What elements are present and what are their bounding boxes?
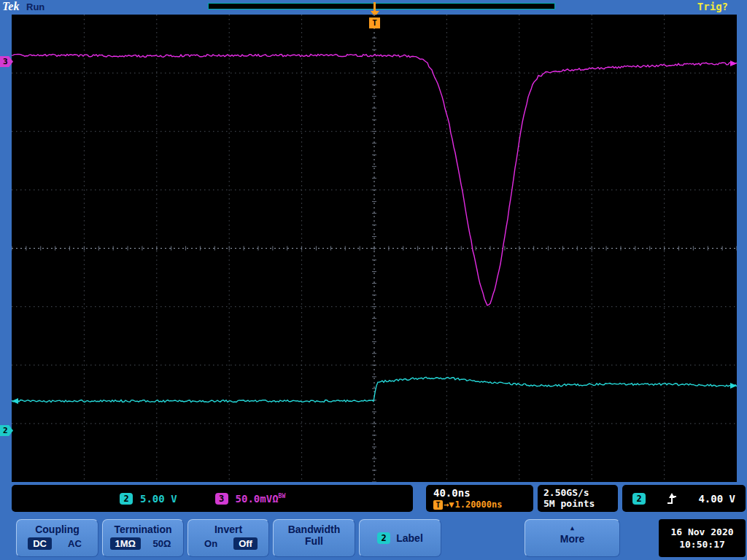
termination-option-50ohm[interactable]: 50Ω — [148, 537, 177, 550]
bandwidth-menu-button[interactable]: Bandwidth Full — [273, 519, 355, 557]
trigger-readout-box[interactable]: 2 4.00 V — [622, 485, 746, 512]
trigger-status-indicator: Trig? — [697, 1, 728, 12]
coupling-menu-button[interactable]: Coupling DC AC — [16, 519, 98, 557]
channel-readout-bar: 2 5.00 V 3 50.0mVΩBW — [12, 485, 413, 512]
channel-3-bandwidth-limit-indicator: BW — [279, 493, 286, 499]
more-up-arrow-icon: ▲ — [525, 524, 619, 532]
oscilloscope-screen: Tek Run Trig? T 3 2 2 5.00 V 3 50.0mVΩBW… — [0, 0, 747, 560]
more-title: More — [525, 533, 619, 545]
more-menu-button[interactable]: ▲ More — [525, 519, 620, 557]
channel-3-scale-readout[interactable]: 50.0mVΩBW — [236, 493, 286, 505]
bandwidth-value: Full — [274, 535, 355, 547]
label-title: Label — [396, 532, 423, 544]
date-time-display: 16 Nov 2020 10:50:17 — [659, 519, 746, 557]
trigger-source-badge: 2 — [632, 493, 646, 505]
termination-menu-button[interactable]: Termination 1MΩ 50Ω — [102, 519, 184, 557]
termination-option-1mohm[interactable]: 1MΩ — [110, 537, 141, 550]
trigger-level-readout: 4.00 V — [698, 493, 735, 505]
channel-2-scale-readout[interactable]: 5.00 V — [140, 493, 177, 505]
trigger-delay-arrow-icon: →▼ — [444, 499, 454, 510]
trigger-position-marker[interactable]: T — [369, 18, 380, 28]
label-channel-badge: 2 — [377, 532, 390, 544]
trigger-t-chip: T — [433, 500, 443, 510]
termination-title: Termination — [103, 524, 183, 535]
time-value: 10:50:17 — [659, 538, 746, 551]
label-menu-button[interactable]: 2 Label — [359, 519, 441, 557]
timebase-readout-box[interactable]: 40.0ns T→▼1.20000ns — [426, 485, 533, 512]
date-value: 16 Nov 2020 — [659, 526, 746, 538]
coupling-title: Coupling — [17, 524, 98, 535]
waveform-display — [12, 15, 737, 482]
invert-title: Invert — [188, 524, 268, 535]
coupling-option-ac[interactable]: AC — [63, 537, 87, 550]
trigger-delay-readout: T→▼1.20000ns — [433, 499, 533, 510]
acquisition-readout-box: 2.50GS/s 5M points — [538, 485, 618, 512]
graticule-and-waveforms — [12, 15, 737, 482]
trigger-delay-value: 1.20000ns — [454, 499, 502, 510]
invert-option-off[interactable]: Off — [233, 537, 258, 550]
sample-rate-readout: 2.50GS/s — [543, 487, 618, 498]
bandwidth-title: Bandwidth — [274, 524, 355, 535]
invert-menu-button[interactable]: Invert On Off — [187, 519, 269, 557]
rising-edge-slope-icon — [666, 492, 678, 505]
acquisition-progress-bar — [208, 3, 555, 9]
invert-option-on[interactable]: On — [199, 537, 222, 550]
channel-2-badge[interactable]: 2 — [120, 493, 133, 505]
timebase-scale-readout: 40.0ns — [433, 487, 533, 499]
record-length-readout: 5M points — [543, 498, 618, 509]
coupling-option-dc[interactable]: DC — [28, 537, 52, 550]
channel-3-scale-value: 50.0mVΩ — [236, 493, 279, 505]
trigger-position-arrow-icon — [374, 2, 376, 11]
channel-3-badge[interactable]: 3 — [215, 493, 228, 505]
tek-logo: Tek — [2, 0, 19, 13]
acquisition-run-status: Run — [26, 1, 44, 12]
